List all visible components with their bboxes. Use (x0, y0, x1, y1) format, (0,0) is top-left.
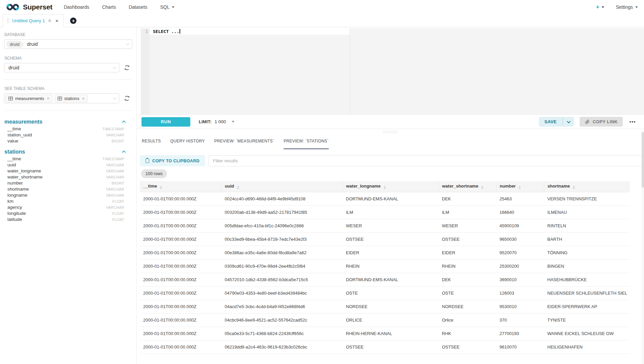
table-cell: 04572010-1db2-4338-8562-b3dca5e715c5 (221, 273, 343, 286)
column-header-__time[interactable]: __time (140, 181, 221, 192)
schema-table-header[interactable]: stations (4, 149, 132, 156)
results-tab[interactable]: RESULTS (142, 139, 161, 149)
schema-column-row: longitudeFLOAT (4, 211, 132, 217)
copy-to-clipboard-button[interactable]: COPY TO CLIPBOARD (140, 155, 205, 166)
results-tab[interactable]: PREVIEW: `STATIONS` (284, 139, 329, 149)
column-header-label: number (500, 184, 516, 189)
run-query-button[interactable]: RUN (141, 117, 190, 127)
table-cell: 0024cc40-d690-468d-84f9-4e9bf45d9108 (221, 192, 343, 205)
resize-handle-icon[interactable] (383, 131, 398, 133)
table-cell: 2000-01-01T00:00:00.000Z (140, 340, 221, 354)
close-tab-icon[interactable]: × (56, 18, 59, 23)
nav-item-dashboards[interactable]: Dashboards (64, 4, 89, 10)
results-body: 2000-01-01T00:00:00.000Z0024cc40-d690-46… (140, 192, 630, 354)
query-tab-active[interactable]: Untitled Query 1 × (3, 14, 64, 27)
add-tab-button[interactable]: + (70, 18, 76, 24)
results-tab[interactable]: PREVIEW: `MEASUREMENTS` (214, 139, 274, 149)
query-tab-title: Untitled Query 1 (12, 18, 45, 23)
superset-logo[interactable]: Superset (5, 2, 52, 12)
refresh-tables-icon[interactable] (124, 95, 130, 102)
drag-handle-icon[interactable] (7, 19, 9, 23)
database-select[interactable]: druid druid (4, 39, 132, 49)
column-name: water_longname (7, 168, 41, 173)
table-cell: 2000-01-01T00:00:00.000Z (140, 313, 221, 327)
table-cell: OSTE (439, 286, 496, 300)
column-header-water_shortname[interactable]: water_shortname (439, 181, 496, 192)
table-cell: WESER (343, 219, 439, 232)
table-cell: 0309cd61-90c9-470e-99d4-2ee4fb2c5f84 (221, 259, 343, 273)
table-cell: 9530010 (496, 300, 544, 313)
column-name: value (7, 138, 18, 143)
sort-icon[interactable] (573, 186, 575, 189)
superset-infinity-icon (5, 2, 20, 12)
schema-column-row: __timeTIMESTAMP (4, 156, 132, 162)
editor-code-line[interactable]: SELECT ... (153, 29, 180, 34)
filter-results-input[interactable] (208, 155, 642, 166)
table-cell: OSTSEE (439, 340, 496, 354)
sort-icon[interactable] (237, 186, 239, 189)
schema-select[interactable]: druid (4, 63, 119, 72)
settings-menu-button[interactable]: Settings (616, 4, 638, 10)
table-cell: 2000-01-01T00:00:00.000Z (140, 192, 221, 205)
table-row: 2000-01-01T00:00:00.000Z04cbc946-8ee9-45… (140, 313, 630, 327)
refresh-schema-icon[interactable] (124, 64, 130, 71)
table-cell: 2000-01-01T00:00:00.000Z (140, 300, 221, 313)
table-cell: 9520070 (496, 246, 544, 259)
table-cell: NEUENSEER SCHLEUSENFLETH SIEL (544, 286, 630, 300)
table-cell: HEILIGENHAFEN (544, 340, 630, 354)
nav-item-charts[interactable]: Charts (102, 4, 116, 10)
schema-column-row: kmFLOAT (4, 199, 132, 205)
database-label: DATABASE (4, 32, 132, 37)
column-name: water_shortname (7, 174, 42, 179)
results-tab[interactable]: QUERY HISTORY (170, 139, 205, 149)
table-cell: 2000-01-01T00:00:00.000Z (140, 286, 221, 300)
save-button[interactable]: SAVE (539, 117, 562, 127)
table-cell: 2000-01-01T00:00:00.000Z (140, 205, 221, 219)
table-tag-measurements[interactable]: measurements× (5, 95, 53, 102)
table-cell: DORTMUND-EMS-KANAL (343, 192, 439, 205)
table-cell: OSTSEE (343, 340, 439, 354)
nav-item-sql[interactable]: SQL (160, 4, 174, 10)
sort-icon[interactable] (481, 186, 483, 189)
table-cell: 06219dd9-a2c4-463c-9619-623b3c026cbc (221, 340, 343, 354)
table-row: 2000-01-01T00:00:00.000Z0309cd61-90c9-47… (140, 259, 630, 273)
table-cell: 00e386ac-e35c-4a6e-80dd-f8cd8a9e7a62 (221, 246, 343, 259)
remove-tag-icon[interactable]: × (82, 96, 85, 101)
remove-tag-icon[interactable]: × (47, 96, 50, 101)
nav-item-datasets[interactable]: Datasets (129, 4, 147, 10)
new-menu-button[interactable]: + (596, 4, 604, 10)
collapse-icon[interactable] (122, 121, 126, 124)
table-tag-stations[interactable]: stations× (55, 95, 88, 102)
table-multiselect[interactable]: measurements×stations× (4, 93, 119, 103)
column-header-uuid[interactable]: uuid (221, 181, 343, 192)
sort-icon[interactable] (384, 186, 386, 189)
column-header-shortname[interactable]: shortname (544, 181, 630, 192)
column-type: FLOAT (112, 199, 124, 203)
collapse-icon[interactable] (122, 151, 126, 154)
column-header-label: __time (143, 184, 157, 189)
column-header-label: water_longname (346, 184, 381, 189)
sort-icon[interactable] (519, 186, 521, 189)
editor-print-margin (350, 28, 350, 114)
sort-icon[interactable] (160, 186, 162, 189)
copy-link-button[interactable]: COPY LINK (580, 117, 623, 127)
limit-dropdown[interactable]: LIMIT: 1 000 (199, 119, 234, 124)
save-options-button[interactable] (563, 117, 574, 127)
sort-desc-icon (481, 188, 483, 189)
more-options-icon[interactable]: ••• (630, 119, 636, 125)
schema-column-row: water_longnameVARCHAR (4, 168, 132, 174)
column-header-number[interactable]: number (496, 181, 544, 192)
line-number: 1 (146, 29, 148, 34)
scrollbar-thumb[interactable] (642, 132, 644, 188)
column-header-water_longname[interactable]: water_longname (343, 181, 439, 192)
table-row: 2000-01-01T00:00:00.000Z005dfdae-efcc-41… (140, 219, 630, 232)
table-cell: 3690010 (496, 273, 544, 286)
schema-table-header[interactable]: measurements (4, 119, 132, 126)
sidebar-divider (4, 79, 132, 80)
table-cell: 04acd7e5-3cbc-4cdd-b4a9-f452e868f4d6 (221, 300, 343, 313)
column-header-label: uuid (225, 184, 234, 189)
sql-editor[interactable]: 1 SELECT ... (141, 28, 644, 114)
table-row: 2000-01-01T00:00:00.000Z04572010-1db2-43… (140, 273, 630, 286)
column-type: VARCHAR (106, 163, 124, 167)
table-cell: BARTH (544, 232, 630, 246)
